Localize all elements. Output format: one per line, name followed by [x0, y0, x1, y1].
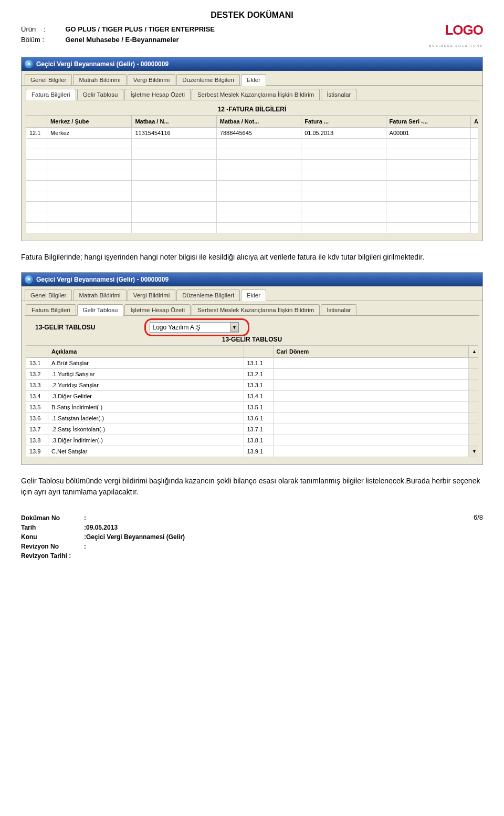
column-header[interactable]: A	[471, 115, 478, 127]
document-title: DESTEK DOKÜMANI	[21, 11, 483, 20]
table-row[interactable]: 13.9C.Net Satışlar13.9.1▼	[26, 446, 478, 457]
table-row[interactable]	[26, 212, 478, 222]
column-header[interactable]: Açıklama	[48, 345, 244, 357]
chevron-down-icon[interactable]: ▼	[230, 323, 238, 332]
window-title-2: Geçici Vergi Beyannamesi (Gelir) - 00000…	[36, 276, 169, 283]
sub-tabbar-2: Fatura BilgileriGelir Tablosuİşletme Hes…	[25, 303, 479, 315]
meta-product-label: Ürün	[21, 25, 36, 33]
sub-tab-2[interactable]: İşletme Hesap Özeti	[124, 304, 191, 315]
section-title-1: 12 -FATURA BİLGİLERİ	[26, 106, 478, 113]
app-window-2: ✶ Geçici Vergi Beyannamesi (Gelir) - 000…	[21, 272, 483, 465]
column-header[interactable]: Merkez / Şube	[47, 115, 132, 127]
table-row[interactable]: 13.2.1.Yurtiçi Satışlar13.2.1	[26, 368, 478, 379]
main-tab-3[interactable]: Düzenleme Bilgileri	[176, 74, 239, 85]
scrollbar-track[interactable]	[469, 435, 478, 446]
meta-section-value: Genel Muhasebe / E-Beyannameler	[65, 35, 178, 45]
table-row[interactable]	[26, 201, 478, 212]
meta-section-label: Bölüm	[21, 36, 40, 44]
table-row[interactable]: 13.3.2.Yurtdışı Satışlar13.3.1	[26, 379, 478, 390]
page-number: 6/8	[474, 513, 483, 561]
window-title-1: Geçici Vergi Beyannamesi (Gelir) - 00000…	[36, 60, 169, 68]
sub-tab-1[interactable]: Gelir Tablosu	[77, 89, 124, 100]
scrollbar-track[interactable]	[469, 401, 478, 412]
scrollbar-track[interactable]	[469, 379, 478, 390]
main-tab-0[interactable]: Genel Bilgiler	[25, 290, 72, 301]
table-row[interactable]: 13.7.2.Satış İskontoları(-)13.7.1	[26, 424, 478, 435]
meta-product-value: GO PLUS / TIGER PLUS / TIGER ENTERPRISE	[65, 24, 215, 35]
scrollbar-track[interactable]	[469, 390, 478, 401]
table-row[interactable]	[26, 149, 478, 159]
sub-tab-2[interactable]: İşletme Hesap Özeti	[124, 89, 191, 100]
main-tab-2[interactable]: Vergi Bildirimi	[128, 74, 176, 85]
scrollbar-track[interactable]	[469, 368, 478, 379]
scroll-down-icon[interactable]: ▼	[469, 446, 478, 457]
column-header[interactable]: Fatura ...	[301, 115, 386, 127]
table-row[interactable]: 13.1A.Brüt Satışlar13.1.1	[26, 357, 478, 368]
document-header: Ürün : GO PLUS / TIGER PLUS / TIGER ENTE…	[21, 24, 483, 49]
main-tabbar-1: Genel BilgilerMatrah BildirimiVergi Bild…	[22, 71, 482, 85]
sub-tabbar-1: Fatura BilgileriGelir Tablosuİşletme Hes…	[25, 88, 479, 100]
main-tab-0[interactable]: Genel Bilgiler	[25, 74, 72, 85]
titlebar-1: ✶ Geçici Vergi Beyannamesi (Gelir) - 000…	[22, 57, 482, 71]
sub-tab-3[interactable]: Serbest Meslek Kazançlarına İlişkin Bild…	[192, 304, 320, 315]
logo-text: LOGO	[445, 22, 483, 38]
column-header[interactable]: Matbaa / Not...	[216, 115, 301, 127]
main-tab-2[interactable]: Vergi Bildirimi	[128, 290, 176, 301]
scrollbar-track[interactable]	[469, 424, 478, 435]
logo: LOGO BUSINESS SOLUTIONS	[429, 24, 483, 49]
app-icon: ✶	[25, 60, 33, 68]
scroll-up-icon[interactable]: ▲	[469, 345, 478, 357]
table-row[interactable]: 13.5B.Satış İndirimleri(-)13.5.1	[26, 401, 478, 412]
footer: Doküman No: Tarih: 09.05.2013 Konu: Geçi…	[21, 513, 483, 561]
scrollbar-track[interactable]	[469, 412, 478, 424]
table-row[interactable]: 13.4.3.Diğer Gelirler13.4.1	[26, 390, 478, 401]
section-title-2: 13-GELİR TABLOSU	[26, 336, 478, 343]
logo-subtitle: BUSINESS SOLUTIONS	[429, 44, 483, 47]
scrollbar-track[interactable]	[469, 357, 478, 368]
app-window-1: ✶ Geçici Vergi Beyannamesi (Gelir) - 000…	[21, 57, 483, 241]
gelir-grid[interactable]: AçıklamaCari Dönem▲13.1A.Brüt Satışlar13…	[26, 345, 478, 457]
column-header[interactable]: Cari Dönem	[273, 345, 469, 357]
table-row[interactable]: 13.6.1.Satıştan İadeler(-)13.6.1	[26, 412, 478, 424]
table-row[interactable]	[26, 170, 478, 180]
column-header[interactable]	[26, 345, 48, 357]
sub-tab-0[interactable]: Fatura Bilgileri	[26, 304, 76, 315]
sub-tab-4[interactable]: İstisnalar	[321, 89, 356, 100]
paragraph-1: Fatura Bilgilerinde; hangi işyerinden ha…	[21, 252, 483, 263]
section-label-left: 13-GELİR TABLOSU	[35, 324, 95, 331]
table-row[interactable]	[26, 180, 478, 191]
titlebar-2: ✶ Geçici Vergi Beyannamesi (Gelir) - 000…	[22, 273, 482, 286]
column-header[interactable]	[26, 115, 47, 127]
table-row[interactable]	[26, 222, 478, 233]
table-row[interactable]: 13.8.3.Diğer İndirimler(-)13.8.1	[26, 435, 478, 446]
column-header[interactable]: Fatura Seri -...	[386, 115, 470, 127]
table-row[interactable]	[26, 191, 478, 201]
table-row[interactable]	[26, 159, 478, 170]
main-tabbar-2: Genel BilgilerMatrah BildirimiVergi Bild…	[22, 286, 482, 301]
fatura-grid[interactable]: Merkez / ŞubeMatbaa / N...Matbaa / Not..…	[26, 115, 478, 233]
column-header[interactable]	[244, 345, 273, 357]
document-meta: Ürün : GO PLUS / TIGER PLUS / TIGER ENTE…	[21, 24, 215, 45]
sub-tab-0[interactable]: Fatura Bilgileri	[26, 89, 76, 100]
main-tab-1[interactable]: Matrah Bildirimi	[73, 290, 126, 301]
sub-tab-3[interactable]: Serbest Meslek Kazançlarına İlişkin Bild…	[192, 89, 320, 100]
main-tab-3[interactable]: Düzenleme Bilgileri	[176, 290, 239, 301]
company-select[interactable]	[150, 322, 239, 333]
sub-tab-1[interactable]: Gelir Tablosu	[77, 304, 124, 316]
main-tab-1[interactable]: Matrah Bildirimi	[73, 74, 126, 85]
main-tab-4[interactable]: Ekler	[241, 74, 266, 86]
app-icon: ✶	[25, 275, 33, 284]
sub-tab-4[interactable]: İstisnalar	[321, 304, 356, 315]
column-header[interactable]: Matbaa / N...	[132, 115, 216, 127]
paragraph-2: Gelir Tablosu bölümünde vergi bildirimi …	[21, 476, 483, 498]
table-row[interactable]: 12.1Merkez11315454116788844564501.05.201…	[26, 127, 478, 138]
company-dropdown[interactable]: ▼	[150, 322, 239, 333]
main-tab-4[interactable]: Ekler	[241, 290, 266, 301]
table-row[interactable]	[26, 138, 478, 149]
